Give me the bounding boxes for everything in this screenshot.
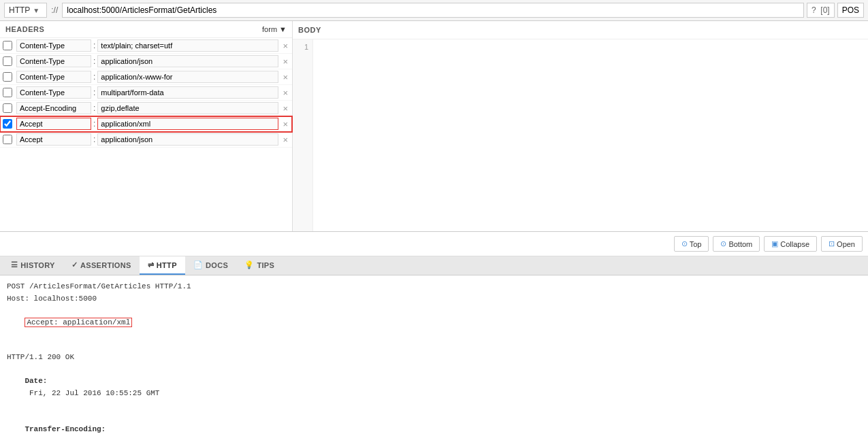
status-line: HTTP/1.1 200 OK [7,352,861,364]
tab-http[interactable]: ⇌ HTTP [140,256,185,275]
tips-icon: 💡 [244,261,254,269]
header-key-1[interactable] [16,55,91,67]
http-icon: ⇌ [148,261,154,269]
accept-header-highlighted: Accept: application/xml [25,318,132,327]
tab-tips[interactable]: 💡 TIPS [236,256,283,275]
method-label: HTTP [9,5,30,15]
header-delete-2[interactable]: × [281,72,289,82]
tab-docs-label: DOCS [206,261,228,269]
header-key-2[interactable] [16,71,91,83]
blank-line-1 [7,341,861,346]
method-arrow: ▼ [33,7,39,14]
header-row-3: : × [0,85,292,101]
accept-header-line: Accept: application/xml [7,305,861,341]
header-checkbox-0[interactable] [3,41,12,50]
header-key-5[interactable] [16,118,91,130]
header-row-5: : × [0,116,292,132]
host-line: Host: localhost:5000 [7,293,861,305]
tabs-bar: ☰ HISTORY ✓ ASSERTIONS ⇌ HTTP 📄 DOCS 💡 T… [0,256,868,275]
main-content: HEADERS form ▼ : × : × : × [0,21,868,232]
tab-docs[interactable]: 📄 DOCS [185,256,236,275]
docs-icon: 📄 [193,261,203,269]
tab-assertions-label: ASSERTIONS [80,261,131,269]
header-value-0[interactable] [97,39,278,52]
top-button[interactable]: ⊙ Top [674,236,709,252]
header-key-6[interactable] [16,133,91,146]
header-row-1: : × [0,54,292,69]
body-label: BODY [298,26,321,34]
bottom-icon: ⊙ [720,239,726,248]
history-icon: ☰ [11,261,18,269]
tab-history[interactable]: ☰ HISTORY [3,256,63,275]
form-button[interactable]: form ▼ [262,25,287,33]
tab-assertions[interactable]: ✓ ASSERTIONS [63,256,140,275]
request-line: POST /ArticlesFormat/GetArticles HTTP/1.… [7,281,861,293]
header-value-1[interactable] [97,55,278,67]
tab-http-label: HTTP [157,261,177,269]
left-panel: HEADERS form ▼ : × : × : × [0,21,293,231]
transfer-label: Transfer-Encoding: [25,425,106,433]
response-area: POST /ArticlesFormat/GetArticles HTTP/1.… [0,275,868,436]
editor-content[interactable] [313,39,868,231]
headers-bar: HEADERS form ▼ [0,21,292,38]
top-bar: HTTP ▼ :// ? [0] POS [0,0,868,21]
header-delete-1[interactable]: × [281,56,289,67]
line-numbers: 1 [293,39,313,231]
header-delete-4[interactable]: × [281,103,289,114]
blank-line-2 [7,346,861,352]
header-checkbox-2[interactable] [3,72,12,82]
header-key-0[interactable] [16,39,91,52]
header-value-6[interactable] [97,133,278,146]
header-checkbox-4[interactable] [3,103,12,113]
url-input[interactable] [62,3,804,18]
top-icon: ⊙ [681,239,688,248]
header-delete-5[interactable]: × [281,119,289,129]
header-checkbox-6[interactable] [3,135,12,144]
header-key-3[interactable] [16,86,91,99]
header-checkbox-5[interactable] [3,119,12,129]
tab-history-label: HISTORY [20,261,54,269]
open-button[interactable]: ⊡ Open [821,236,863,252]
pos-button[interactable]: POS [837,3,864,18]
date-line: Date: Fri, 22 Jul 2016 10:55:25 GMT [7,364,861,412]
header-key-4[interactable] [16,102,91,114]
header-value-3[interactable] [97,86,278,99]
tab-tips-label: TIPS [257,261,274,269]
headers-label: HEADERS [5,25,44,33]
header-row-4: : × [0,101,292,116]
header-delete-0[interactable]: × [281,41,289,51]
header-delete-6[interactable]: × [281,135,289,145]
open-label: Open [837,240,855,248]
right-panel: BODY 1 [293,21,868,231]
header-row-6: : × [0,132,292,148]
header-value-2[interactable] [97,71,278,83]
header-checkbox-1[interactable] [3,56,12,66]
collapse-icon: ▣ [771,239,778,248]
header-value-5[interactable] [97,118,278,130]
body-bar: BODY [293,21,868,39]
open-icon: ⊡ [829,239,835,248]
header-value-4[interactable] [97,102,278,114]
date-label: Date: [25,377,47,385]
protocol-separator: :// [50,5,59,15]
transfer-line: Transfer-Encoding: chunked [7,412,861,436]
line-number-1: 1 [293,42,312,52]
assertions-icon: ✓ [71,261,78,269]
collapse-label: Collapse [780,240,809,248]
header-delete-3[interactable]: × [281,88,289,98]
top-label: Top [690,240,702,248]
collapse-button[interactable]: ▣ Collapse [764,236,817,252]
date-value: Fri, 22 Jul 2016 10:55:25 GMT [25,389,159,397]
header-row-0: : × [0,38,292,54]
help-button[interactable]: ? [0] [807,3,835,18]
bottom-toolbar: ⊙ Top ⊙ Bottom ▣ Collapse ⊡ Open [0,232,868,256]
method-select[interactable]: HTTP ▼ [4,3,47,18]
header-checkbox-3[interactable] [3,88,12,97]
bottom-button[interactable]: ⊙ Bottom [713,236,760,252]
body-editor: 1 [293,39,868,231]
bottom-label: Bottom [728,240,752,248]
header-row-2: : × [0,69,292,85]
